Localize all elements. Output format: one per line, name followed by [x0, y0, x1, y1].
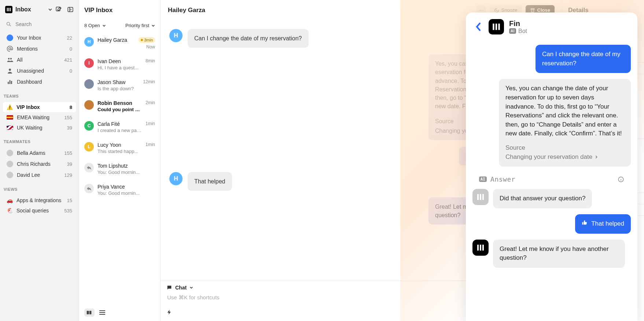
chat-icon: [166, 285, 172, 291]
fin-bot-avatar: [472, 189, 489, 205]
sidebar-teams-section: ⚠️VIP Inbox8EMEA Waiting155UK Waiting39: [0, 101, 79, 134]
conversation-avatar: H: [84, 37, 94, 47]
svg-point-9: [9, 69, 11, 71]
convlist-title: VIP Inbox: [84, 7, 155, 14]
fin-bot-message: Great! Let me know if you have another q…: [493, 240, 625, 268]
sidebar-item-teammate-1[interactable]: Chris Richards39: [3, 158, 76, 169]
chevron-down-icon[interactable]: [48, 7, 52, 12]
svg-rect-20: [498, 23, 500, 30]
sidebar-item-team-0[interactable]: ⚠️VIP Inbox8: [3, 102, 76, 112]
svg-rect-27: [482, 245, 484, 251]
ai-badge: AI: [509, 28, 516, 34]
app-logo: [5, 6, 12, 13]
sidebar-item-view-0[interactable]: 🚗Apps & Integrations15: [3, 195, 76, 205]
lightning-icon[interactable]: [166, 309, 172, 315]
svg-rect-24: [482, 194, 484, 200]
fin-answer-label: AI Answer: [472, 172, 631, 189]
back-icon[interactable]: [473, 22, 483, 31]
conversation-item-3[interactable]: Robin BensonCould you point m...2min: [79, 96, 160, 117]
svg-rect-11: [10, 80, 11, 84]
sidebar-item-main-4[interactable]: Dashboard: [3, 76, 76, 87]
conversation-avatar: L: [84, 142, 94, 152]
compose-icon[interactable]: [55, 6, 62, 13]
user-avatar: H: [169, 29, 183, 42]
fin-bot-message: Did that answer your question?: [493, 189, 592, 208]
layout-columns-icon[interactable]: [84, 309, 95, 317]
open-filter[interactable]: 8 Open: [84, 23, 106, 28]
conversation-list: VIP Inbox 8 Open Priority first HHailey …: [79, 0, 161, 321]
layout-list-icon[interactable]: [99, 309, 106, 317]
conversation-avatar: C: [84, 121, 94, 131]
user-avatar: H: [169, 172, 183, 185]
incoming-message: Can I change the date of my reservation?: [188, 29, 309, 48]
fin-user-reply[interactable]: That helped: [575, 214, 631, 234]
sidebar-item-view-1[interactable]: 🐔Social queries535: [3, 205, 76, 216]
sidebar-main-section: Your Inbox22Mentions0All421Unassigned0Da…: [0, 31, 79, 89]
conversation-avatar: I: [84, 58, 94, 68]
sidebar-item-team-2[interactable]: UK Waiting39: [3, 123, 76, 133]
svg-rect-4: [68, 7, 73, 12]
svg-rect-25: [477, 245, 479, 251]
conversation-participant-name: Hailey Garza: [168, 7, 472, 14]
incoming-message: That helped: [188, 172, 232, 191]
svg-rect-12: [11, 81, 12, 84]
sidebar-item-main-2[interactable]: All421: [3, 54, 76, 65]
svg-point-8: [10, 58, 12, 60]
svg-rect-19: [496, 23, 497, 30]
search-input[interactable]: Search: [0, 18, 79, 31]
reply-icon: [84, 184, 94, 193]
archive-icon: [530, 8, 535, 13]
fin-name: Fin: [509, 19, 527, 28]
views-heading: VIEWS: [0, 182, 79, 194]
conversation-item-0[interactable]: HHailey Garza3minNow: [79, 33, 160, 54]
conversation-item-6[interactable]: Tom LipshutzYou: Good mornin...: [79, 158, 160, 179]
fin-bot-message: Yes, you can change the date of your res…: [499, 79, 631, 167]
conversation-item-7[interactable]: Priya VanceYou: Good mornin...: [79, 179, 160, 200]
collapse-sidebar-icon[interactable]: [67, 6, 74, 13]
fin-user-message: Can I change the date of my reservation?: [536, 45, 631, 73]
fin-bot-avatar: [472, 240, 489, 256]
svg-rect-26: [480, 245, 481, 251]
conversation-item-4[interactable]: CCarla FitéI created a new page...1min: [79, 117, 160, 138]
sidebar-item-teammate-2[interactable]: David Lee129: [3, 169, 76, 180]
moon-icon: [494, 8, 499, 13]
info-icon[interactable]: [618, 176, 624, 183]
svg-point-6: [9, 48, 11, 50]
sidebar-item-teammate-0[interactable]: Bella Adams155: [3, 147, 76, 158]
sidebar-item-main-1[interactable]: Mentions0: [3, 43, 76, 54]
svg-point-5: [7, 22, 10, 25]
conversation-avatar: [84, 100, 94, 110]
priority-badge: 3min: [139, 37, 155, 43]
svg-rect-10: [8, 82, 9, 84]
svg-rect-23: [480, 194, 481, 200]
reply-icon: [84, 163, 94, 172]
sidebar-item-team-1[interactable]: EMEA Waiting155: [3, 112, 76, 123]
fin-popup: Fin AI Bot Can I change the date of my r…: [466, 12, 637, 321]
chevron-right-icon: [595, 155, 598, 159]
sidebar: Inbox Search Your Inbox22Mentions0All421…: [0, 0, 79, 321]
teams-heading: TEAMS: [0, 89, 79, 101]
sidebar-views-section: 🚗Apps & Integrations15🐔Social queries535: [0, 194, 79, 217]
sidebar-item-main-0[interactable]: Your Inbox22: [3, 32, 76, 43]
svg-rect-2: [10, 8, 11, 11]
svg-rect-1: [8, 8, 9, 11]
svg-rect-13: [87, 311, 89, 314]
conversation-avatar: [84, 79, 94, 89]
sidebar-teammates-section: Bella Adams155Chris Richards39David Lee1…: [0, 146, 79, 182]
conversation-item-1[interactable]: IIvan DeenHi, I have a quest...8min: [79, 54, 160, 75]
conversation-items: HHailey Garza3minNowIIvan DeenHi, I have…: [79, 33, 160, 200]
svg-rect-0: [7, 8, 8, 11]
conversation-item-5[interactable]: LLucy YoonThis started happ...1min: [79, 138, 160, 158]
svg-rect-22: [477, 194, 479, 200]
fin-avatar: [489, 19, 504, 34]
conversation-item-2[interactable]: Jason ShawIs the app down?12min: [79, 75, 160, 96]
sort-dropdown[interactable]: Priority first: [125, 23, 155, 28]
fin-role: AI Bot: [509, 28, 527, 34]
sidebar-item-main-3[interactable]: Unassigned0: [3, 65, 76, 76]
fin-source-link[interactable]: Changing your reservation date: [505, 153, 624, 162]
svg-point-7: [8, 58, 10, 60]
sidebar-title[interactable]: Inbox: [15, 6, 45, 13]
chevron-down-icon: [189, 286, 193, 289]
svg-rect-14: [89, 311, 91, 314]
search-placeholder: Search: [15, 21, 32, 27]
